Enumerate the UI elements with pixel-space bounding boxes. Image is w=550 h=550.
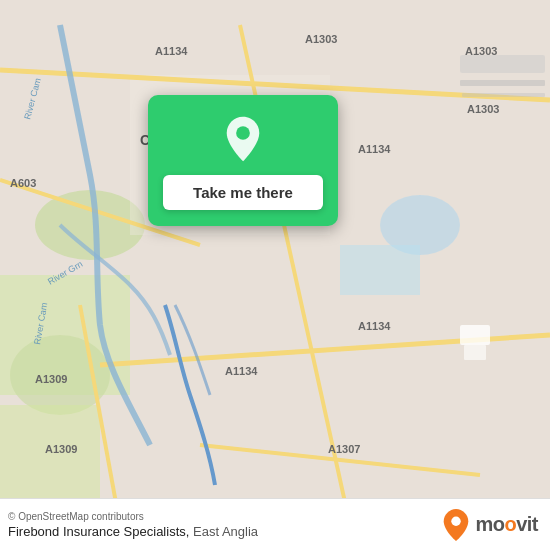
map-container: A1134 A1303 A1303 A1303 A603 A1134 A1309… [0, 0, 550, 550]
moovit-logo: moovit [442, 508, 538, 542]
svg-text:A1303: A1303 [467, 103, 499, 115]
svg-text:A1134: A1134 [155, 45, 188, 57]
moovit-brand-text: moovit [475, 513, 538, 536]
svg-point-41 [452, 516, 461, 525]
location-pin-icon [219, 115, 267, 163]
svg-rect-36 [460, 80, 545, 86]
location-name: Firebond Insurance Specialists, East Ang… [8, 524, 258, 539]
svg-point-40 [236, 126, 250, 140]
map-background: A1134 A1303 A1303 A1303 A603 A1134 A1309… [0, 0, 550, 550]
bottom-info: © OpenStreetMap contributors Firebond In… [8, 511, 258, 539]
svg-text:A1134: A1134 [225, 365, 258, 377]
bottom-bar: © OpenStreetMap contributors Firebond In… [0, 498, 550, 550]
svg-rect-39 [464, 345, 486, 360]
copyright-text: © OpenStreetMap contributors [8, 511, 258, 522]
svg-text:A1134: A1134 [358, 320, 391, 332]
svg-rect-6 [340, 245, 420, 295]
svg-text:A1134: A1134 [358, 143, 391, 155]
svg-text:A1303: A1303 [305, 33, 337, 45]
svg-rect-35 [460, 55, 545, 73]
svg-text:A1309: A1309 [35, 373, 67, 385]
moovit-pin-icon [442, 508, 470, 542]
location-popup: Take me there [148, 95, 338, 226]
svg-text:A603: A603 [10, 177, 36, 189]
svg-text:A1307: A1307 [328, 443, 360, 455]
take-me-there-button[interactable]: Take me there [163, 175, 323, 210]
svg-rect-38 [460, 325, 490, 345]
svg-rect-37 [462, 93, 545, 97]
svg-text:A1309: A1309 [45, 443, 77, 455]
